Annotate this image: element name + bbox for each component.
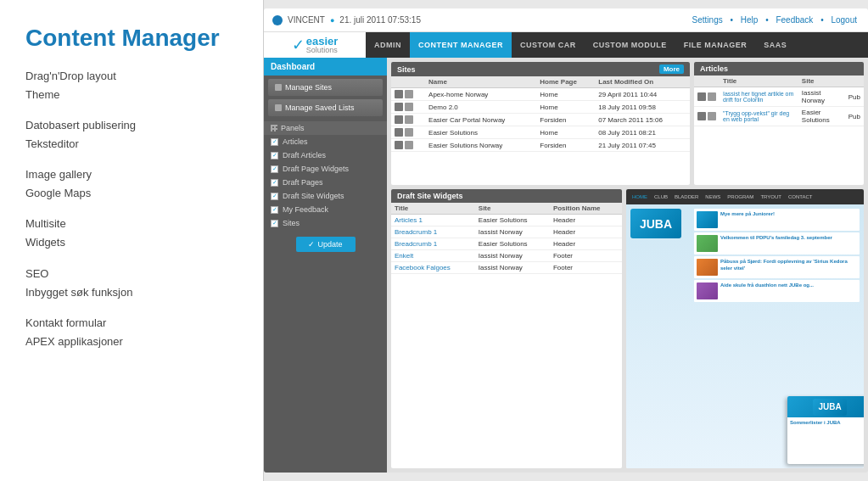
checkbox-draft-page-widgets[interactable]: ✓ <box>271 165 278 173</box>
feature-item: Image gallery <box>25 165 238 184</box>
checkbox-my-feedback[interactable]: ✓ <box>271 206 278 214</box>
panel-item-my-feedback[interactable]: ✓ My Feedback <box>264 203 387 216</box>
panel-item-draft-articles[interactable]: ✓ Draft Articles <box>264 148 387 162</box>
update-button[interactable]: ✓ Update <box>296 237 356 252</box>
article-site: Iassist Norway <box>798 87 845 107</box>
dw-site: Iassist Norway <box>475 227 550 238</box>
manage-sites-label: Manage Sites <box>285 83 332 92</box>
articles-col-status <box>845 76 864 87</box>
panel-item-draft-site-widgets[interactable]: ✓ Draft Site Widgets <box>264 189 387 203</box>
panel-item-label: Articles <box>283 137 308 146</box>
site-homepage: Home <box>536 126 595 139</box>
feature-item: Multisite <box>25 215 238 233</box>
table-row: Demo 2.0 Home 18 July 2011 09:58 <box>391 101 690 114</box>
cms-bottom-row: Draft Site Widgets Title Site Position N… <box>391 189 864 468</box>
nav-tab-file-manager[interactable]: FILE MANAGER <box>675 32 756 58</box>
dw-col-site: Site <box>475 203 550 215</box>
feature-item: SEO <box>25 265 238 283</box>
panels-title: Panels <box>264 121 387 135</box>
article-status: Pub <box>845 87 864 107</box>
panel-item-draft-page-widgets[interactable]: ✓ Draft Page Widgets <box>264 162 387 176</box>
logout-link[interactable]: Logout <box>831 15 857 25</box>
site-homepage: Forsiden <box>536 114 595 126</box>
dw-title: Enkelt <box>391 250 475 262</box>
juba-overlay-card: JUBA Sommerlister i JUBA <box>787 396 864 464</box>
panel-item-label: Sites <box>283 219 300 227</box>
table-row: Breadcrumb 1 Easier Solutions Header <box>391 238 622 250</box>
feature-group-1: Drag'n'Drop layout Theme <box>25 67 238 104</box>
juba-nav-club: CLUB <box>652 193 670 200</box>
cms-screenshot: VINCENT ● 21. juli 2011 07:53:15 Setting… <box>263 0 868 481</box>
dw-col-title: Title <box>391 203 475 215</box>
row-icons <box>391 101 425 114</box>
feedback-link[interactable]: Feedback <box>776 15 813 25</box>
checkbox-sites[interactable]: ✓ <box>271 220 278 227</box>
dw-col-position: Position Name <box>550 203 622 215</box>
nav-tab-custom-module[interactable]: CUSTOM MODULE <box>585 32 675 58</box>
feature-item: Google Maps <box>25 184 238 203</box>
list-item: Velkommen til PDPU's familedag 3. septem… <box>694 232 860 254</box>
nav-tab-admin[interactable]: ADMIN <box>366 32 410 58</box>
articles-panel-title: Articles <box>700 64 728 73</box>
manage-saved-lists-button[interactable]: Manage Saved Lists <box>268 99 383 116</box>
juba-card-content: Sommerlister i JUBA <box>787 417 864 428</box>
juba-card-logo: JUBA <box>813 399 847 416</box>
manage-sites-button[interactable]: Manage Sites <box>268 79 383 96</box>
panel-item-label: Draft Pages <box>283 178 323 187</box>
row-icons <box>391 126 425 139</box>
table-row: Facebook Falgoes Iassist Norway Footer <box>391 262 622 274</box>
cms-main: Sites More Name Home Page Last Modified … <box>387 58 868 473</box>
dw-title: Breadcrumb 1 <box>391 238 475 250</box>
draft-widgets-panel: Draft Site Widgets Title Site Position N… <box>391 189 622 468</box>
feature-item: Teksteditor <box>25 135 238 154</box>
sites-col-homepage: Home Page <box>536 76 595 88</box>
juba-articles-area: Mye mere på Juniorer! Velkommen til PDPU… <box>694 209 860 304</box>
row-icons <box>391 139 425 152</box>
table-row: Easier Solutions Home 08 July 2011 08:21 <box>391 126 690 139</box>
site-name: Easier Solutions Norway <box>425 139 536 152</box>
checkbox-articles[interactable]: ✓ <box>271 138 278 146</box>
panel-item-draft-pages[interactable]: ✓ Draft Pages <box>264 176 387 189</box>
nav-tab-custom-car[interactable]: CUSTOM CAR <box>512 32 585 58</box>
article-text: Aide skule frå duathlon nett JUBe og... <box>720 282 814 299</box>
checkbox-draft-articles[interactable]: ✓ <box>271 152 278 159</box>
dw-position: Footer <box>550 250 622 262</box>
settings-link[interactable]: Settings <box>692 15 723 25</box>
article-thumb <box>697 282 718 299</box>
feature-item: Widgets <box>25 233 238 252</box>
sites-panel-title: Sites <box>397 65 416 74</box>
sidebar-title: Dashboard <box>264 58 387 76</box>
sites-more-button[interactable]: More <box>659 64 684 74</box>
checkbox-draft-site-widgets[interactable]: ✓ <box>271 193 278 200</box>
sites-col-modified: Last Modified On <box>595 76 690 88</box>
list-item: Påbuss på Sjørd: Fordi opplevning av 'Si… <box>694 256 860 278</box>
dw-position: Footer <box>550 262 622 274</box>
feature-group-3: Image gallery Google Maps <box>25 165 238 203</box>
articles-col-icons <box>694 76 720 87</box>
feature-group-6: Kontakt formular APEX applikasjoner <box>25 314 238 351</box>
panel-item-articles[interactable]: ✓ Articles <box>264 135 387 148</box>
sites-panel-header: Sites More <box>391 62 690 76</box>
dw-title: Articles 1 <box>391 215 475 227</box>
nav-tab-saas[interactable]: SAAS <box>755 32 795 58</box>
logo-bottom: Solutions <box>306 47 339 54</box>
update-checkmark-icon: ✓ <box>308 240 315 249</box>
articles-panel: Articles Title Site <box>694 62 864 185</box>
juba-logo: JUBA <box>630 209 681 238</box>
topbar-date-icon: ● <box>330 16 334 25</box>
dw-site: Iassist Norway <box>475 250 550 262</box>
article-title: Iassist her tignet artikle om drift for … <box>720 87 798 107</box>
checkbox-draft-pages[interactable]: ✓ <box>271 179 278 187</box>
dw-position: Header <box>550 227 622 238</box>
nav-tab-content-manager[interactable]: CONTENT MANAGER <box>410 32 512 58</box>
dw-position: Header <box>550 238 622 250</box>
panel-item-sites[interactable]: ✓ Sites <box>264 216 387 230</box>
article-status: Pub <box>845 107 864 126</box>
row-icons <box>391 88 425 101</box>
site-modified: 18 July 2011 09:58 <box>595 101 690 114</box>
feature-item: Datobasert publisering <box>25 116 238 135</box>
manage-saved-label: Manage Saved Lists <box>285 103 355 112</box>
help-link[interactable]: Help <box>741 15 759 25</box>
articles-col-site: Site <box>798 76 845 87</box>
article-site: Easier Solutions <box>798 107 845 126</box>
